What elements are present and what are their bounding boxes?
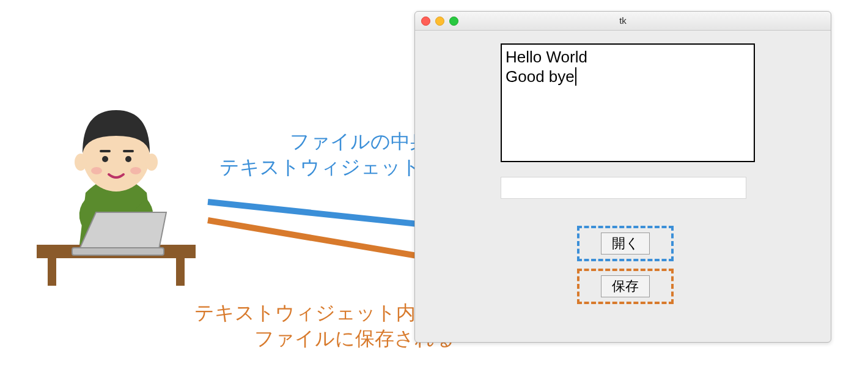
svg-rect-0 xyxy=(37,245,196,258)
svg-point-4 xyxy=(119,239,136,251)
svg-point-13 xyxy=(130,167,141,174)
svg-point-9 xyxy=(125,156,131,162)
text-widget[interactable]: Hello World Good bye xyxy=(501,43,755,162)
svg-rect-10 xyxy=(100,150,111,152)
open-button[interactable]: 開く xyxy=(601,232,650,255)
open-button-highlight: 開く xyxy=(577,226,674,261)
tk-window: tk Hello World Good bye 開く 保存 xyxy=(414,11,831,343)
svg-point-12 xyxy=(91,167,102,174)
user-illustration xyxy=(37,110,196,286)
path-entry[interactable] xyxy=(501,177,746,199)
svg-rect-2 xyxy=(176,258,185,286)
svg-point-3 xyxy=(100,239,117,251)
save-button[interactable]: 保存 xyxy=(601,275,650,297)
window-title: tk xyxy=(415,12,831,30)
svg-point-8 xyxy=(102,156,108,162)
svg-rect-11 xyxy=(123,150,134,152)
svg-point-7 xyxy=(145,154,158,171)
svg-rect-1 xyxy=(48,258,56,286)
text-line1: Hello World xyxy=(506,48,587,66)
titlebar[interactable]: tk xyxy=(415,12,831,31)
svg-point-5 xyxy=(83,121,150,192)
text-line2: Good bye xyxy=(506,67,576,86)
svg-point-6 xyxy=(75,154,87,171)
svg-rect-14 xyxy=(72,248,164,255)
save-button-highlight: 保存 xyxy=(577,269,674,304)
